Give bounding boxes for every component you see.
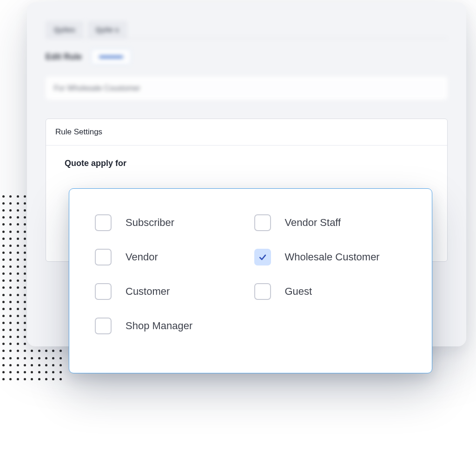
checkbox-vendor[interactable] — [95, 249, 112, 265]
option-label-vendor-staff: Vendor Staff — [285, 217, 341, 229]
option-wholesale-customer[interactable]: Wholesale Customer — [254, 249, 409, 265]
rule-name-input[interactable] — [46, 77, 448, 100]
edit-rule-button[interactable] — [91, 49, 131, 65]
tab-b[interactable]: Qyite s — [87, 21, 127, 38]
checkbox-guest[interactable] — [254, 283, 271, 300]
edit-rule-label: Edit Rule — [46, 52, 82, 62]
option-label-guest: Guest — [285, 285, 312, 298]
blurred-header-region: Qyites Qyite s Edit Rule — [46, 21, 448, 119]
option-label-wholesale-customer: Wholesale Customer — [285, 251, 380, 263]
option-shop-manager[interactable]: Shop Manager — [95, 318, 250, 334]
option-label-vendor: Vendor — [126, 251, 158, 263]
option-vendor-staff[interactable]: Vendor Staff — [254, 214, 409, 231]
checkbox-wholesale-customer[interactable] — [254, 249, 271, 265]
option-label-shop-manager: Shop Manager — [126, 320, 192, 332]
option-vendor[interactable]: Vendor — [95, 249, 250, 265]
role-select-popover: Subscriber Vendor Staff Vendor Wholesale… — [69, 188, 432, 373]
option-label-subscriber: Subscriber — [126, 217, 174, 229]
rule-settings-header: Rule Settings — [46, 119, 447, 146]
tab-a[interactable]: Qyites — [46, 21, 84, 38]
checkbox-shop-manager[interactable] — [95, 318, 112, 334]
checkbox-subscriber[interactable] — [95, 214, 112, 231]
option-customer[interactable]: Customer — [95, 283, 250, 300]
option-label-customer: Customer — [126, 285, 170, 298]
option-subscriber[interactable]: Subscriber — [95, 214, 250, 231]
option-guest[interactable]: Guest — [254, 283, 409, 300]
placeholder-bar-icon — [99, 56, 123, 58]
checkbox-vendor-staff[interactable] — [254, 214, 271, 231]
quote-apply-for-label: Quote apply for — [65, 159, 429, 168]
tabs-bar: Qyites Qyite s — [46, 21, 448, 39]
checkbox-customer[interactable] — [95, 283, 112, 300]
